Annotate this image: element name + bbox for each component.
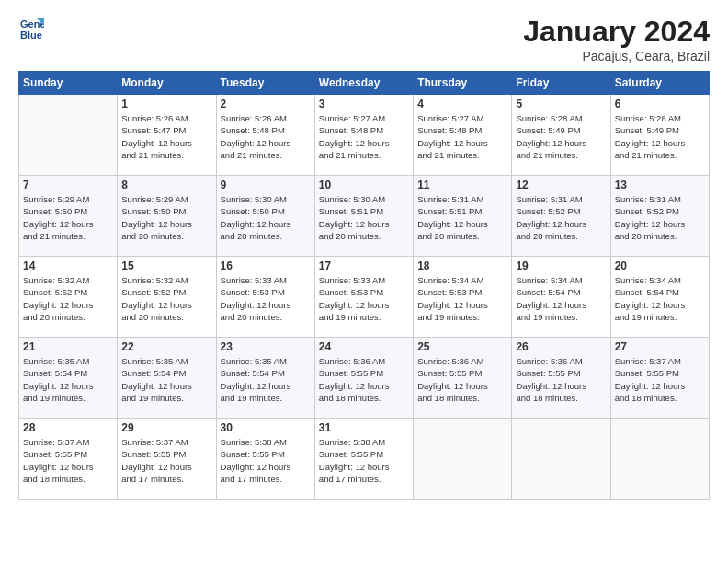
day-number: 1 [121, 98, 211, 110]
header-row: Sunday Monday Tuesday Wednesday Thursday… [19, 72, 710, 95]
day-info: Sunrise: 5:37 AM Sunset: 5:55 PM Dayligh… [615, 355, 705, 404]
daylight-label: Daylight: 12 hours [319, 462, 390, 472]
daylight-minutes: and 19 minutes. [221, 393, 283, 403]
sunrise-label: Sunrise: 5:29 AM [121, 194, 188, 204]
month-title: January 2024 [523, 15, 710, 49]
sunset-label: Sunset: 5:55 PM [516, 368, 580, 378]
daylight-label: Daylight: 12 hours [615, 138, 686, 148]
week-row-2: 14 Sunrise: 5:32 AM Sunset: 5:52 PM Dayl… [19, 257, 710, 338]
sunrise-label: Sunrise: 5:35 AM [221, 356, 287, 366]
day-info: Sunrise: 5:27 AM Sunset: 5:48 PM Dayligh… [417, 112, 507, 161]
sunset-label: Sunset: 5:48 PM [221, 125, 285, 135]
col-sunday: Sunday [19, 72, 118, 95]
location: Pacajus, Ceara, Brazil [523, 49, 710, 63]
day-number: 20 [615, 259, 705, 272]
sunrise-label: Sunrise: 5:26 AM [121, 113, 188, 123]
sunset-label: Sunset: 5:54 PM [221, 368, 285, 378]
sunset-label: Sunset: 5:55 PM [417, 368, 482, 378]
day-info: Sunrise: 5:34 AM Sunset: 5:53 PM Dayligh… [417, 274, 507, 323]
daylight-minutes: and 20 minutes. [221, 231, 283, 241]
day-info: Sunrise: 5:34 AM Sunset: 5:54 PM Dayligh… [516, 274, 606, 323]
sunrise-label: Sunrise: 5:33 AM [221, 275, 287, 285]
sunset-label: Sunset: 5:55 PM [319, 449, 383, 459]
day-number: 17 [319, 259, 409, 272]
sunrise-label: Sunrise: 5:36 AM [516, 356, 582, 366]
day-number: 18 [417, 259, 507, 272]
week-row-1: 7 Sunrise: 5:29 AM Sunset: 5:50 PM Dayli… [19, 176, 710, 257]
day-cell [512, 419, 610, 500]
day-cell: 24 Sunrise: 5:36 AM Sunset: 5:55 PM Dayl… [314, 338, 413, 419]
day-number: 23 [221, 340, 311, 353]
day-cell: 9 Sunrise: 5:30 AM Sunset: 5:50 PM Dayli… [216, 176, 314, 257]
daylight-label: Daylight: 12 hours [417, 219, 488, 229]
daylight-label: Daylight: 12 hours [121, 219, 192, 229]
day-cell: 19 Sunrise: 5:34 AM Sunset: 5:54 PM Dayl… [512, 257, 610, 338]
day-info: Sunrise: 5:36 AM Sunset: 5:55 PM Dayligh… [417, 355, 507, 404]
day-number: 21 [23, 340, 113, 353]
daylight-label: Daylight: 12 hours [221, 462, 291, 472]
daylight-minutes: and 21 minutes. [615, 150, 677, 160]
daylight-label: Daylight: 12 hours [319, 300, 390, 310]
sunset-label: Sunset: 5:54 PM [516, 287, 580, 297]
header: General Blue January 2024 Pacajus, Ceara… [18, 15, 710, 63]
daylight-minutes: and 21 minutes. [221, 150, 283, 160]
daylight-label: Daylight: 12 hours [221, 219, 291, 229]
day-cell: 28 Sunrise: 5:37 AM Sunset: 5:55 PM Dayl… [19, 419, 118, 500]
sunrise-label: Sunrise: 5:36 AM [417, 356, 483, 366]
day-info: Sunrise: 5:38 AM Sunset: 5:55 PM Dayligh… [221, 436, 311, 485]
day-info: Sunrise: 5:28 AM Sunset: 5:49 PM Dayligh… [615, 112, 705, 161]
day-number: 3 [319, 98, 409, 110]
day-cell: 4 Sunrise: 5:27 AM Sunset: 5:48 PM Dayli… [414, 95, 512, 176]
daylight-minutes: and 20 minutes. [516, 231, 578, 241]
day-number: 30 [221, 421, 311, 434]
daylight-label: Daylight: 12 hours [417, 138, 488, 148]
day-cell: 18 Sunrise: 5:34 AM Sunset: 5:53 PM Dayl… [414, 257, 512, 338]
daylight-label: Daylight: 12 hours [23, 300, 94, 310]
sunrise-label: Sunrise: 5:31 AM [516, 194, 582, 204]
day-number: 6 [615, 98, 705, 110]
daylight-minutes: and 20 minutes. [121, 231, 184, 241]
col-thursday: Thursday [414, 72, 512, 95]
day-cell: 21 Sunrise: 5:35 AM Sunset: 5:54 PM Dayl… [19, 338, 118, 419]
day-cell: 27 Sunrise: 5:37 AM Sunset: 5:55 PM Dayl… [610, 338, 709, 419]
sunset-label: Sunset: 5:53 PM [221, 287, 285, 297]
day-info: Sunrise: 5:29 AM Sunset: 5:50 PM Dayligh… [121, 193, 211, 242]
day-cell: 10 Sunrise: 5:30 AM Sunset: 5:51 PM Dayl… [314, 176, 413, 257]
day-number: 27 [615, 340, 705, 353]
sunset-label: Sunset: 5:50 PM [221, 206, 285, 216]
day-number: 7 [23, 178, 113, 191]
day-info: Sunrise: 5:28 AM Sunset: 5:49 PM Dayligh… [516, 112, 606, 161]
day-info: Sunrise: 5:36 AM Sunset: 5:55 PM Dayligh… [516, 355, 606, 404]
daylight-label: Daylight: 12 hours [121, 138, 192, 148]
day-cell: 22 Sunrise: 5:35 AM Sunset: 5:54 PM Dayl… [118, 338, 216, 419]
day-number: 15 [121, 259, 211, 272]
sunset-label: Sunset: 5:51 PM [319, 206, 383, 216]
day-number: 24 [319, 340, 409, 353]
sunset-label: Sunset: 5:55 PM [121, 449, 186, 459]
day-info: Sunrise: 5:35 AM Sunset: 5:54 PM Dayligh… [23, 355, 113, 404]
sunrise-label: Sunrise: 5:37 AM [615, 356, 681, 366]
sunrise-label: Sunrise: 5:37 AM [23, 437, 89, 447]
sunrise-label: Sunrise: 5:34 AM [417, 275, 483, 285]
day-number: 29 [121, 421, 211, 434]
day-info: Sunrise: 5:29 AM Sunset: 5:50 PM Dayligh… [23, 193, 113, 242]
sunrise-label: Sunrise: 5:30 AM [319, 194, 385, 204]
day-cell: 23 Sunrise: 5:35 AM Sunset: 5:54 PM Dayl… [216, 338, 314, 419]
day-number: 28 [23, 421, 113, 434]
day-cell: 13 Sunrise: 5:31 AM Sunset: 5:52 PM Dayl… [610, 176, 709, 257]
daylight-label: Daylight: 12 hours [516, 138, 586, 148]
sunset-label: Sunset: 5:52 PM [516, 206, 580, 216]
daylight-minutes: and 20 minutes. [417, 231, 480, 241]
day-number: 14 [23, 259, 113, 272]
day-info: Sunrise: 5:26 AM Sunset: 5:47 PM Dayligh… [121, 112, 211, 161]
day-info: Sunrise: 5:27 AM Sunset: 5:48 PM Dayligh… [319, 112, 409, 161]
daylight-minutes: and 18 minutes. [23, 474, 85, 484]
sunrise-label: Sunrise: 5:30 AM [221, 194, 287, 204]
day-cell: 30 Sunrise: 5:38 AM Sunset: 5:55 PM Dayl… [216, 419, 314, 500]
calendar-table: Sunday Monday Tuesday Wednesday Thursday… [18, 71, 710, 500]
day-info: Sunrise: 5:31 AM Sunset: 5:51 PM Dayligh… [417, 193, 507, 242]
day-info: Sunrise: 5:31 AM Sunset: 5:52 PM Dayligh… [516, 193, 606, 242]
daylight-label: Daylight: 12 hours [615, 300, 686, 310]
day-cell: 25 Sunrise: 5:36 AM Sunset: 5:55 PM Dayl… [414, 338, 512, 419]
day-number: 2 [221, 98, 311, 110]
